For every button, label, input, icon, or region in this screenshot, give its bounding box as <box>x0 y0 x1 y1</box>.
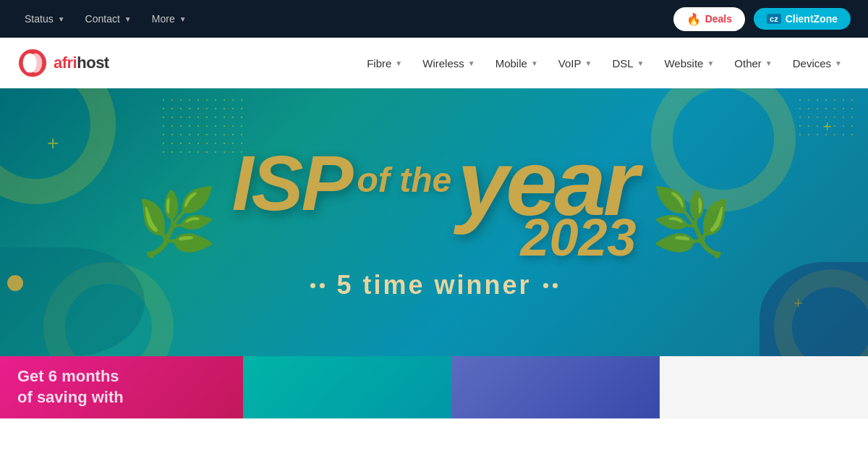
dot-4 <box>553 283 558 288</box>
hero-text-center: ISP of the year 2023 5 time winner <box>231 144 636 301</box>
more-label: More <box>152 13 175 25</box>
other-chevron-icon: ▼ <box>765 59 773 67</box>
teal-blob-tl <box>0 248 145 356</box>
website-chevron-icon: ▼ <box>707 59 714 67</box>
more-menu[interactable]: More ▼ <box>145 9 194 29</box>
orange-dot <box>7 275 23 291</box>
dots-left <box>310 283 325 288</box>
dot-1 <box>310 283 315 288</box>
card-pink-text: Get 6 monthsof saving with <box>17 366 226 408</box>
year-2023-row: 2023 <box>231 208 636 267</box>
hero-main-row: 🌿 ISP of the year 2023 <box>136 144 731 301</box>
nav-item-fibre[interactable]: Fibre ▼ <box>358 51 411 75</box>
nav-item-dsl[interactable]: DSL ▼ <box>603 51 652 75</box>
navbar: afrihost Fibre ▼ Wireless ▼ Mobile ▼ VoI… <box>0 38 868 88</box>
devices-label: Devices <box>793 57 831 70</box>
clientzone-button[interactable]: cz ClientZone <box>754 8 851 30</box>
contact-label: Contact <box>85 13 120 25</box>
more-chevron-icon: ▼ <box>179 15 187 23</box>
devices-chevron-icon: ▼ <box>835 59 842 67</box>
mobile-chevron-icon: ▼ <box>531 59 538 67</box>
flame-icon: 🔥 <box>686 12 701 26</box>
laurel-right: 🌿 <box>651 190 732 255</box>
logo-icon <box>17 48 48 78</box>
wireless-label: Wireless <box>422 57 464 70</box>
voip-label: VoIP <box>558 57 582 70</box>
dsl-label: DSL <box>612 57 633 70</box>
nav-item-mobile[interactable]: Mobile ▼ <box>487 51 547 75</box>
logo[interactable]: afrihost <box>17 48 109 78</box>
laurel-left: 🌿 <box>136 190 217 255</box>
card-teal[interactable] <box>243 356 451 418</box>
dots-right <box>543 283 558 288</box>
dot-2 <box>320 283 325 288</box>
svg-point-2 <box>28 54 42 73</box>
status-chevron-icon: ▼ <box>58 15 65 23</box>
plus-icon-tr: + <box>822 117 832 136</box>
nav-item-other[interactable]: Other ▼ <box>726 51 780 75</box>
nav-items: Fibre ▼ Wireless ▼ Mobile ▼ VoIP ▼ DSL ▼… <box>144 51 851 75</box>
cz-badge: cz <box>767 14 781 24</box>
of-the-text: of the <box>357 164 452 195</box>
five-time-winner: 5 time winner <box>310 270 557 300</box>
of-the-year-stack: of the <box>357 164 452 195</box>
card-purple[interactable] <box>451 356 660 418</box>
topbar: Status ▼ Contact ▼ More ▼ 🔥 Deals cz Cli… <box>0 0 868 38</box>
plus-icon-tl: + <box>47 132 59 155</box>
topbar-right: 🔥 Deals cz ClientZone <box>673 7 851 31</box>
deals-button[interactable]: 🔥 Deals <box>673 7 745 31</box>
dot-3 <box>543 283 548 288</box>
wireless-chevron-icon: ▼ <box>468 59 475 67</box>
dsl-chevron-icon: ▼ <box>637 59 644 67</box>
five-time-text: 5 time winner <box>336 270 531 300</box>
deals-label: Deals <box>705 13 732 25</box>
contact-menu[interactable]: Contact ▼ <box>78 9 139 29</box>
nav-item-devices[interactable]: Devices ▼ <box>784 51 851 75</box>
clientzone-label: ClientZone <box>786 13 838 25</box>
card-white[interactable] <box>660 356 868 418</box>
fibre-chevron-icon: ▼ <box>395 59 402 67</box>
status-label: Status <box>25 13 54 25</box>
card-pink[interactable]: Get 6 monthsof saving with <box>0 356 243 418</box>
website-label: Website <box>664 57 703 70</box>
contact-chevron-icon: ▼ <box>124 15 132 23</box>
logo-text: afrihost <box>54 54 109 72</box>
other-label: Other <box>734 57 762 70</box>
nav-item-website[interactable]: Website ▼ <box>655 51 723 75</box>
purple-blob-br <box>760 262 868 356</box>
nav-item-wireless[interactable]: Wireless ▼ <box>414 51 483 75</box>
cards-row: Get 6 monthsof saving with <box>0 356 868 418</box>
nav-item-voip[interactable]: VoIP ▼ <box>550 51 601 75</box>
topbar-left: Status ▼ Contact ▼ More ▼ <box>17 9 194 29</box>
hero-content: 🌿 ISP of the year 2023 <box>136 144 731 301</box>
status-menu[interactable]: Status ▼ <box>17 9 72 29</box>
mobile-label: Mobile <box>495 57 527 70</box>
isp-text: ISP <box>231 150 351 216</box>
year-2023-text: 2023 <box>520 209 636 266</box>
fibre-label: Fibre <box>367 57 391 70</box>
voip-chevron-icon: ▼ <box>584 59 592 67</box>
hero-banner: + + + 🌿 ISP of the year <box>0 88 868 356</box>
